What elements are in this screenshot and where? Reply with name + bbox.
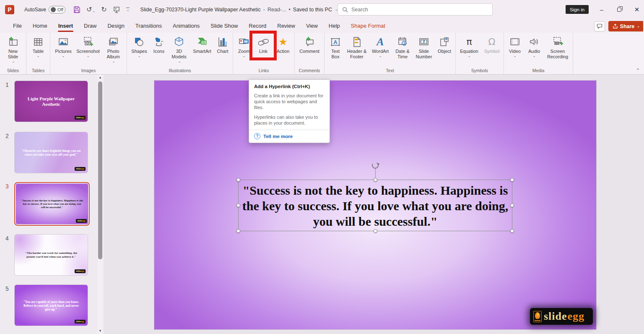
slide-number-button[interactable]: # Slide Number [413,34,435,60]
sign-in-button[interactable]: Sign in [566,5,589,14]
slide-thumbnail-3-selected[interactable]: "Success is not the key to happiness. Ha… [14,182,90,226]
scrollbar-thumb[interactable] [98,81,102,259]
tab-record[interactable]: Record [243,19,272,33]
resize-handle-s[interactable] [374,229,377,233]
wordart-button[interactable]: A WordArt ⌄ [369,34,392,58]
header-footer-label: Header & Footer [346,49,367,60]
title-bar: P AutoSave Off ↺⌄ ↻ ⌄ Slide_Egg-702370-L… [0,0,644,19]
resize-handle-e[interactable] [510,204,514,207]
search-input[interactable] [351,7,477,13]
new-slide-button[interactable]: New Slide⌄ [1,34,25,63]
audio-button[interactable]: Audio ⌄ [525,34,544,58]
action-button[interactable]: ★ Action [273,34,293,54]
resize-handle-w[interactable] [236,204,240,207]
symbol-omega-icon: Ω [488,37,496,47]
close-button[interactable]: ✕ [631,4,643,15]
smartart-button[interactable]: SmartArt [190,34,214,54]
chevron-down-icon: ⌄ [62,54,65,58]
date-time-button[interactable]: Date & Time [392,34,413,60]
scroll-down-icon[interactable]: ▼ [98,328,103,334]
logo-text-egg: egg [568,310,585,323]
tab-review[interactable]: Review [272,19,301,33]
chevron-down-icon: ⌄ [87,54,90,58]
object-button[interactable]: Object [435,34,454,54]
autosave-control[interactable]: AutoSave Off [24,6,65,13]
thumbnail-text: "You are capable of more than you know. … [21,300,82,311]
pictures-button[interactable]: Pictures ⌄ [52,34,75,58]
slide-thumbnail-4[interactable]: "The harder you work for something, the … [14,234,88,276]
screen-recording-label: Screen Recording [545,49,570,60]
rotation-handle[interactable] [371,161,380,172]
chart-button[interactable]: Chart [214,34,231,54]
tab-design[interactable]: Design [102,19,130,33]
tell-me-more-link[interactable]: ? Tell me more [254,130,325,139]
equation-button[interactable]: π Equation ⌄ [457,34,481,58]
video-icon [509,37,521,47]
thumbnail-text: "The harder you work for something, the … [21,251,82,259]
chevron-down-icon: ⌄ [112,60,115,63]
resize-handle-n[interactable] [374,178,377,182]
saved-status[interactable]: Saved to this PC [293,7,332,13]
tab-file[interactable]: File [8,19,27,33]
tab-animations[interactable]: Animations [167,19,205,33]
screenshot-label: Screenshot [76,49,100,54]
tooltip-body-2: Hyperlinks can also take you to places i… [254,114,325,126]
start-slideshow-button[interactable] [113,6,120,13]
scroll-up-icon[interactable]: ▲ [98,75,103,81]
resize-handle-ne[interactable] [510,178,514,182]
slide-number-2: 2 [0,132,14,173]
selected-text-box[interactable]: "Success is not the key to happiness. Ha… [238,180,512,231]
slide-thumbnail-2[interactable]: "Obstacles are those frightful things yo… [14,132,88,173]
tab-transitions[interactable]: Transitions [130,19,167,33]
thumbnail-scrollbar[interactable]: ▲ ▼ [98,75,103,334]
thumbnail-row: 2 "Obstacles are those frightful things … [0,132,88,173]
redo-button[interactable]: ↻ [101,6,106,13]
text-box-icon: A [330,37,341,47]
minimize-button[interactable]: – [595,4,608,15]
thumbnail-text: "Success is not the key to happiness. Ha… [21,199,83,209]
tab-view[interactable]: View [301,19,323,33]
slide-quote-text[interactable]: "Success is not the key to happiness. Ha… [239,182,511,229]
share-button[interactable]: Share ⌄ [608,21,643,31]
video-button[interactable]: Video ⌄ [505,34,525,58]
link-button[interactable]: Link Add a Hyperlink (Ctrl+K) Create a l… [254,34,273,54]
screen-recording-button[interactable]: Screen Recording [544,34,571,60]
zoom-button[interactable]: Zoom ⌄ [234,34,254,58]
icons-button[interactable]: Icons [150,34,168,54]
tab-slide-show[interactable]: Slide Show [205,19,243,33]
resize-handle-nw[interactable] [236,178,240,182]
smartart-label: SmartArt [193,49,211,54]
slide-thumbnail-5[interactable]: "You are capable of more than you know. … [14,284,88,326]
resize-handle-sw[interactable] [236,229,240,233]
tab-home[interactable]: Home [27,19,53,33]
restore-button[interactable] [613,4,626,15]
chevron-down-icon: ⌄ [533,54,536,58]
header-footer-button[interactable]: Header & Footer [345,34,369,60]
symbol-label: Symbol [484,49,500,54]
undo-button[interactable]: ↺⌄ [86,6,95,13]
customize-qat-button[interactable]: ⌄ [126,8,130,12]
screenshot-button[interactable]: Screenshot ⌄ [75,34,101,58]
shapes-button[interactable]: Shapes ⌄ [128,34,150,58]
table-button[interactable]: Table ⌄ [28,34,49,58]
resize-handle-se[interactable] [510,229,514,233]
action-star-icon: ★ [278,37,288,47]
new-slide-label: New Slide [5,49,21,60]
save-button[interactable] [73,6,80,13]
slide-thumbnail-1[interactable]: Light Purple Wallpaper Aesthetic slideeg… [14,81,88,122]
comments-button[interactable] [594,21,605,31]
photo-album-button[interactable]: Photo Album⌄ [101,34,125,63]
tab-draw[interactable]: Draw [78,19,102,33]
table-icon [33,37,44,47]
tab-insert[interactable]: Insert [53,19,78,33]
slide-canvas[interactable]: "Success is not the key to happiness. Ha… [154,81,596,329]
text-box-button[interactable]: A Text Box [326,34,345,60]
3d-models-button[interactable]: 3D Models⌄ [168,34,190,63]
comment-button[interactable]: Comment [296,34,323,54]
search-bar[interactable] [338,3,493,16]
tab-shape-format[interactable]: Shape Format [345,19,391,33]
tab-help[interactable]: Help [323,19,345,33]
symbol-button[interactable]: Ω Symbol [481,34,502,54]
collapse-ribbon-icon[interactable]: ⌄ [636,65,640,71]
autosave-toggle[interactable]: Off [49,6,65,13]
